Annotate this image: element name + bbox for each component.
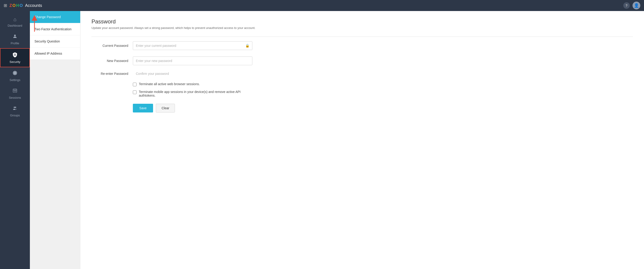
sessions-icon (12, 88, 18, 95)
zoho-logo: ZOHO (10, 3, 23, 8)
topbar-left: ⊞ ZOHO Accounts (4, 3, 42, 8)
reenter-password-placeholder: Confirm your password (133, 69, 172, 78)
checkbox-mobile-row: Terminate mobile app sessions in your de… (133, 90, 252, 97)
new-password-row: New Password (92, 56, 252, 65)
new-password-input[interactable] (133, 56, 252, 65)
svg-rect-7 (16, 91, 16, 91)
security-icon (12, 52, 18, 59)
password-form: Current Password 🔒 New Password Re-enter… (92, 41, 252, 112)
button-row: Save Clear (133, 104, 252, 112)
avatar[interactable]: 👤 (632, 1, 640, 9)
sub-sidebar-item-label: Two Factor Authentication (34, 27, 72, 31)
svg-point-9 (15, 107, 16, 108)
new-password-input-wrap (133, 56, 252, 65)
reenter-password-row: Re-enter Password Confirm your password (92, 72, 252, 76)
current-password-label: Current Password (92, 44, 133, 47)
grid-icon[interactable]: ⊞ (4, 3, 7, 8)
svg-rect-6 (15, 91, 16, 91)
divider (92, 36, 633, 37)
checkbox-sessions-row: Terminate all active web browser session… (133, 82, 252, 86)
sub-sidebar-change-password[interactable]: Change Password (30, 11, 80, 23)
sub-sidebar-wrapper: Change Password Two Factor Authenticatio… (30, 11, 80, 269)
sub-sidebar-item-label: Security Question (34, 39, 60, 43)
main-layout: ⌂ Dashboard Profile Security (0, 11, 644, 269)
topbar-right: ? 👤 (623, 1, 640, 9)
clear-button[interactable]: Clear (156, 104, 175, 112)
svg-point-0 (14, 35, 16, 36)
sub-sidebar-item-label: Allowed IP Address (34, 52, 62, 55)
save-button[interactable]: Save (133, 104, 153, 112)
settings-icon (12, 70, 18, 77)
sidebar-item-label: Profile (11, 41, 19, 45)
reenter-password-label: Re-enter Password (92, 72, 133, 75)
terminate-sessions-checkbox[interactable] (133, 83, 136, 86)
terminate-sessions-label: Terminate all active web browser session… (139, 82, 200, 86)
page-title: Password (92, 18, 633, 25)
groups-icon (12, 106, 18, 112)
dashboard-icon: ⌂ (13, 16, 16, 22)
app-name: Accounts (25, 3, 42, 8)
sub-sidebar: Change Password Two Factor Authenticatio… (30, 11, 80, 60)
sub-sidebar-allowed-ip[interactable]: Allowed IP Address (30, 47, 80, 60)
content-area: Password Update your account password. A… (80, 11, 644, 269)
current-password-input[interactable] (133, 41, 252, 50)
sidebar-item-label: Dashboard (8, 24, 22, 27)
terminate-mobile-checkbox[interactable] (133, 90, 136, 94)
reenter-password-input-wrap: Confirm your password (133, 72, 252, 76)
sidebar-item-sessions[interactable]: Sessions (0, 85, 30, 103)
current-password-input-wrap: 🔒 (133, 41, 252, 50)
new-password-label: New Password (92, 59, 133, 63)
terminate-mobile-label: Terminate mobile app sessions in your de… (139, 90, 252, 97)
sidebar-item-label: Security (10, 60, 20, 64)
svg-point-8 (14, 107, 15, 108)
lock-icon: 🔒 (245, 44, 250, 48)
help-icon[interactable]: ? (623, 2, 630, 9)
current-password-row: Current Password 🔒 (92, 41, 252, 50)
sidebar-item-profile[interactable]: Profile (0, 30, 30, 48)
profile-icon (12, 34, 18, 40)
sub-sidebar-two-factor[interactable]: Two Factor Authentication (30, 23, 80, 35)
sidebar-item-label: Sessions (9, 96, 21, 99)
sidebar: ⌂ Dashboard Profile Security (0, 11, 30, 269)
svg-rect-5 (14, 91, 14, 91)
sidebar-item-label: Settings (10, 78, 20, 82)
sidebar-item-groups[interactable]: Groups (0, 103, 30, 120)
sidebar-item-settings[interactable]: Settings (0, 67, 30, 85)
sub-sidebar-security-question[interactable]: Security Question (30, 35, 80, 47)
sub-sidebar-item-label: Change Password (34, 15, 61, 19)
topbar: ⊞ ZOHO Accounts ? 👤 (0, 0, 644, 11)
sidebar-item-label: Groups (10, 114, 20, 117)
sidebar-item-security[interactable]: Security (0, 48, 30, 67)
page-subtitle: Update your account password. Always set… (92, 26, 633, 30)
sidebar-item-dashboard[interactable]: ⌂ Dashboard (0, 13, 30, 30)
